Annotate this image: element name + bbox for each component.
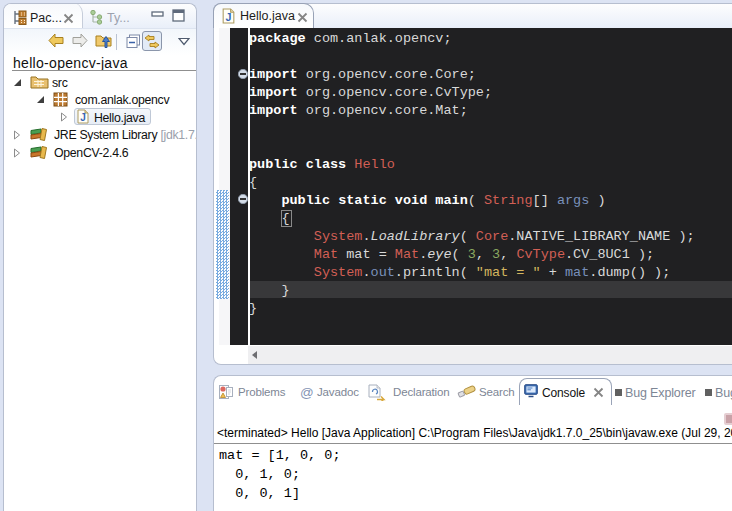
svg-text:J: J: [80, 112, 86, 123]
svg-text:J: J: [226, 11, 232, 23]
